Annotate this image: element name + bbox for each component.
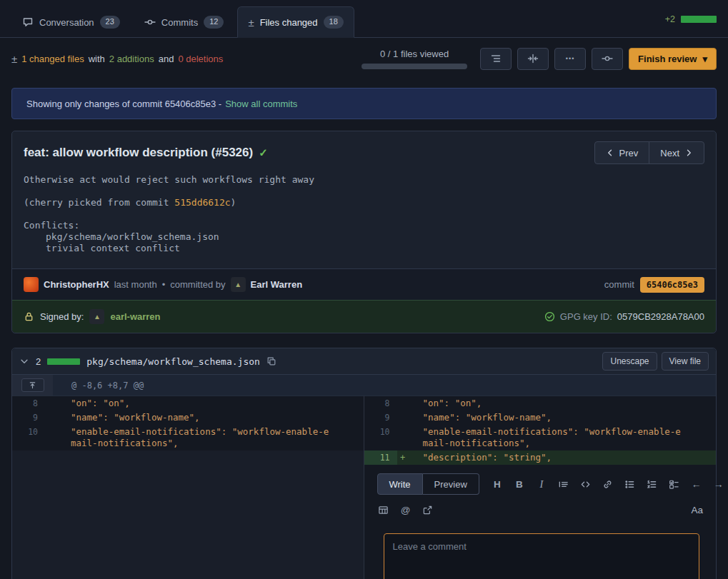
ellipsis-icon: ••• <box>566 55 574 62</box>
triangle-logo-icon: ▲ <box>94 313 101 321</box>
redo-button[interactable]: → <box>712 478 725 490</box>
expand-diff-up-button[interactable] <box>21 378 44 392</box>
diff-stat-additions: +2 <box>665 14 675 24</box>
line-marker <box>45 411 56 425</box>
code-button[interactable] <box>579 478 592 490</box>
code-line: "enable-email-notifications": "workflow-… <box>409 425 717 450</box>
line-number-new[interactable]: 8 <box>364 396 397 411</box>
finish-review-button[interactable]: Finish review ▾ <box>629 48 717 70</box>
cherry-picked-text: (cherry picked from commit <box>24 197 174 208</box>
code-line: "enable-email-notifications": "workflow-… <box>56 425 364 450</box>
banner-text: Showing only changes of commit 65406c85e… <box>26 99 221 109</box>
prev-label: Prev <box>619 148 639 158</box>
unordered-list-button[interactable] <box>624 478 637 490</box>
mention-button[interactable]: @ <box>399 503 412 516</box>
tab-preview[interactable]: Preview <box>423 473 479 495</box>
pr-tabbar: Conversation 23 Commits 12 ± Files chang… <box>0 0 728 38</box>
code-line-added: "description": "string", <box>409 450 717 465</box>
commit-time: last month <box>114 279 157 290</box>
commit-icon <box>602 53 613 64</box>
show-commits-button[interactable] <box>592 48 623 70</box>
link-icon <box>602 479 613 490</box>
link-button[interactable] <box>602 478 614 490</box>
committer-name[interactable]: Earl Warren <box>251 279 303 290</box>
diff-bottom: Write Preview H B I ← → <box>12 465 716 579</box>
deletions-count: 0 deletions <box>178 54 223 64</box>
file-diff-stat-bar <box>47 358 80 365</box>
dot-separator: • <box>162 279 166 290</box>
view-file-button[interactable]: View file <box>662 352 709 371</box>
file-tree-toggle-button[interactable] <box>480 48 512 70</box>
changed-files-count: 1 changed files <box>21 54 84 64</box>
verified-check-icon <box>544 311 555 322</box>
next-commit-button[interactable]: Next <box>649 141 704 164</box>
file-actions: Unescape View file <box>602 352 709 371</box>
diff-summary-icon: ± <box>11 54 17 64</box>
commit-body-blank <box>24 208 704 220</box>
tab-files-changed-count: 18 <box>324 16 344 28</box>
reference-icon <box>422 505 433 515</box>
line-number-new[interactable]: 9 <box>364 411 397 425</box>
bold-button[interactable]: B <box>513 478 526 490</box>
ordered-list-button[interactable] <box>646 478 659 490</box>
line-number-old[interactable]: 9 <box>12 411 45 425</box>
commit-sha-badge[interactable]: 65406c85e3 <box>640 277 704 293</box>
tab-files-changed[interactable]: ± Files changed 18 <box>237 6 354 38</box>
next-label: Next <box>660 148 679 158</box>
line-marker <box>45 450 56 465</box>
finish-review-label: Finish review <box>638 54 697 64</box>
tab-conversation[interactable]: Conversation 23 <box>11 6 131 37</box>
diff-row: 9 "name": "workflow-name", 9 "name": "wo… <box>12 411 716 425</box>
hunk-header-row: @ -8,6 +8,7 @@ <box>12 375 716 396</box>
diff-more-options-button[interactable]: ••• <box>554 48 586 70</box>
line-number-old[interactable]: 8 <box>12 396 45 411</box>
table-button[interactable] <box>377 503 390 516</box>
tab-commits[interactable]: Commits 12 <box>134 6 235 37</box>
quote-icon <box>558 479 569 490</box>
undo-button[interactable]: ← <box>690 478 703 490</box>
conflict-file: pkg/schema/workflow_schema.json <box>24 231 704 243</box>
line-number-old[interactable]: 10 <box>12 425 45 450</box>
author-avatar[interactable] <box>24 277 39 292</box>
task-list-button[interactable] <box>668 478 681 490</box>
split-view-icon <box>527 53 539 64</box>
diff-view-options-button[interactable] <box>517 48 549 70</box>
diff-right-cell-added: 11 + "description": "string", <box>364 450 717 465</box>
author-name[interactable]: ChristopherHX <box>44 279 109 290</box>
code-line: "on": "on", <box>409 396 717 411</box>
italic-button[interactable]: I <box>535 478 548 490</box>
diff-left-cell-empty <box>12 450 364 465</box>
diff-left-cell: 10 "enable-email-notifications": "workfl… <box>12 425 364 450</box>
tab-conversation-count: 23 <box>100 16 120 28</box>
text-mode-toggle[interactable]: Aa <box>691 505 703 515</box>
prev-commit-button[interactable]: Prev <box>594 141 650 164</box>
editor-toolbar-row: Write Preview H B I ← → <box>377 473 704 495</box>
triangle-logo-icon: ▲ <box>234 281 241 288</box>
heading-button[interactable]: H <box>491 478 504 490</box>
copy-path-icon[interactable] <box>266 356 276 366</box>
files-viewed-label: 0 / 1 files viewed <box>361 49 467 59</box>
signer-avatar[interactable]: ▲ <box>89 309 104 324</box>
tab-write[interactable]: Write <box>377 473 423 495</box>
line-number-new[interactable]: 10 <box>364 425 397 450</box>
tab-commits-count: 12 <box>204 16 224 28</box>
committer-avatar[interactable]: ▲ <box>231 277 246 292</box>
line-number-new[interactable]: 11 <box>364 450 397 465</box>
collapse-file-icon[interactable] <box>19 356 29 366</box>
comment-textarea[interactable] <box>384 533 700 579</box>
reference-button[interactable] <box>422 503 434 516</box>
commit-nav: Prev Next <box>594 141 704 164</box>
quote-button[interactable] <box>557 478 570 490</box>
line-marker <box>397 396 409 411</box>
file-tree-icon <box>490 53 502 64</box>
show-all-commits-link[interactable]: Show all commits <box>225 99 297 109</box>
gpg-key-group: GPG key ID: 0579CB2928A78A00 <box>544 311 704 322</box>
signer-name[interactable]: earl-warren <box>110 311 160 322</box>
code-line: "name": "workflow-name", <box>56 411 364 425</box>
line-marker <box>397 411 409 425</box>
cherry-picked-hash-link[interactable]: 515dd6612c <box>174 197 230 208</box>
task-list-icon <box>669 479 679 490</box>
unescape-button[interactable]: Unescape <box>602 352 657 371</box>
commit-author-bar: ChristopherHX last month • committed by … <box>12 268 716 300</box>
commit-box: feat: allow workflow description (#5326)… <box>11 131 717 333</box>
